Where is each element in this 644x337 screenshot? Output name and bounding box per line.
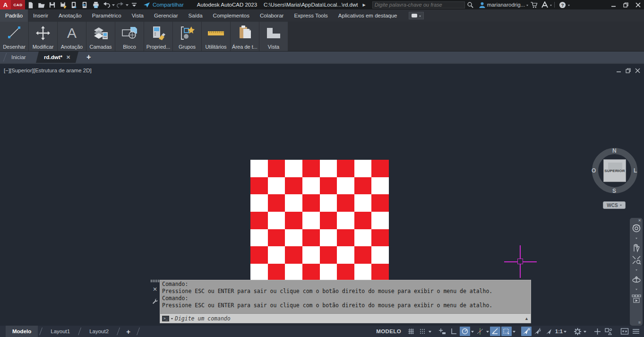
tab-anotacao[interactable]: Anotação: [53, 9, 87, 22]
tab-saida[interactable]: Saída: [183, 9, 208, 22]
plot-button[interactable]: [90, 0, 101, 9]
save-button[interactable]: [47, 0, 58, 9]
model-space-label[interactable]: MODELO: [376, 328, 401, 334]
clean-screen-button[interactable]: [619, 327, 630, 336]
new-file-button[interactable]: [25, 0, 36, 9]
file-tab-rd-dwt[interactable]: rd.dwt* ✕: [36, 52, 78, 63]
search-button[interactable]: [465, 0, 476, 9]
share-button[interactable]: Compartilhar: [143, 2, 184, 8]
app-logo[interactable]: A CAD: [0, 0, 25, 9]
navbar-menu-icon[interactable]: ≡: [638, 320, 641, 325]
minimize-button[interactable]: [607, 0, 619, 9]
file-tab-close-icon[interactable]: ✕: [66, 54, 70, 60]
viewcube-top-face[interactable]: SUPERIOR: [603, 159, 626, 182]
panel-desenhar[interactable]: Desenhar: [0, 22, 28, 51]
qat-customize-button[interactable]: [129, 0, 139, 9]
object-snap-toggle[interactable]: [490, 327, 500, 336]
ortho-toggle[interactable]: [448, 327, 459, 336]
command-window-close-icon[interactable]: ✕: [153, 286, 157, 293]
tab-colaborar[interactable]: Colaborar: [255, 9, 289, 22]
command-input-row[interactable]: >_ Digite um comando ▲: [160, 313, 531, 323]
save-as-button[interactable]: [58, 0, 69, 9]
command-expand-icon[interactable]: ▲: [524, 316, 529, 321]
viewcube-east[interactable]: L: [634, 167, 637, 174]
search-input[interactable]: [375, 2, 463, 8]
autodesk-apps-caret[interactable]: [550, 5, 552, 7]
command-window-customize-icon[interactable]: [152, 298, 158, 304]
close-button[interactable]: [632, 0, 644, 9]
orbit-caret[interactable]: [635, 289, 637, 291]
navigation-bar[interactable]: ✕ ≡: [630, 218, 643, 326]
osnap-tracking-caret[interactable]: [486, 331, 489, 334]
showmotion-icon[interactable]: [632, 294, 641, 303]
selection-cycling-caret[interactable]: [513, 331, 515, 334]
command-input-placeholder[interactable]: Digite um comando: [175, 315, 231, 322]
viewport-restore-icon[interactable]: [626, 68, 631, 73]
polar-tracking-caret[interactable]: [471, 331, 474, 334]
snap-caret[interactable]: [429, 331, 431, 334]
panel-area-de-transferencia[interactable]: Área de t...: [231, 22, 259, 51]
customization-button[interactable]: [631, 327, 641, 336]
viewcube-north[interactable]: N: [612, 147, 617, 154]
orbit-icon[interactable]: [632, 275, 641, 284]
help-caret[interactable]: [568, 5, 570, 7]
snap-toggle[interactable]: [417, 327, 428, 336]
dynamic-input-toggle[interactable]: [437, 327, 447, 336]
panel-anotacao[interactable]: A Anotação: [58, 22, 86, 51]
viewcube-west[interactable]: O: [592, 167, 596, 174]
search-box[interactable]: [372, 1, 465, 9]
osnap-tracking-toggle[interactable]: [475, 327, 485, 336]
tab-complementos[interactable]: Complementos: [208, 9, 255, 22]
tab-inserir[interactable]: Inserir: [28, 9, 53, 22]
undo-button[interactable]: [101, 0, 112, 9]
autodesk-apps-button[interactable]: [539, 0, 550, 9]
annotation-visibility-toggle[interactable]: [521, 327, 532, 336]
tab-aplicativos-em-destaque[interactable]: Aplicativos em destaque: [333, 9, 403, 22]
annotation-autoscale-toggle[interactable]: [532, 327, 543, 336]
file-tab-iniciar[interactable]: Iniciar: [5, 52, 33, 63]
viewport-minimize-icon[interactable]: [616, 68, 621, 73]
panel-propriedades[interactable]: Propried...: [144, 22, 172, 51]
pan-hand-icon[interactable]: [632, 243, 641, 252]
viewcube[interactable]: N S O L SUPERIOR: [592, 148, 637, 193]
zoom-extents-icon[interactable]: [632, 255, 641, 265]
navigation-wheel-icon[interactable]: [632, 224, 641, 233]
grid-toggle[interactable]: [406, 327, 416, 336]
layout-tab-layout2[interactable]: Layout2: [83, 326, 115, 337]
annotation-monitor-button[interactable]: [592, 327, 602, 336]
tab-vista[interactable]: Vista: [127, 9, 149, 22]
new-layout-button[interactable]: +: [121, 326, 135, 337]
annotation-scale-caret[interactable]: [564, 331, 567, 334]
tab-padrao[interactable]: Padrão: [0, 9, 28, 22]
new-drawing-tab-button[interactable]: +: [81, 52, 96, 63]
layout-tab-modelo[interactable]: Modelo: [6, 326, 38, 337]
panel-bloco[interactable]: Bloco: [115, 22, 144, 51]
account-menu[interactable]: marianarodrig...: [479, 1, 529, 9]
annotation-scale-value[interactable]: 1:1: [555, 328, 563, 334]
panel-utilitarios[interactable]: Utilitários: [202, 22, 230, 51]
navbar-close-icon[interactable]: ✕: [638, 218, 641, 223]
tab-gerenciar[interactable]: Gerenciar: [149, 9, 183, 22]
app-store-button[interactable]: [528, 0, 539, 9]
panel-camadas[interactable]: Camadas: [86, 22, 115, 51]
title-expand-arrow[interactable]: ▶: [362, 3, 365, 7]
zoom-caret[interactable]: [635, 269, 637, 272]
polar-tracking-toggle[interactable]: [460, 327, 470, 336]
annotation-scale-button[interactable]: [544, 327, 554, 336]
selection-cycling-toggle[interactable]: [501, 327, 512, 336]
save-to-web-mobile-button[interactable]: [79, 0, 90, 9]
open-from-web-mobile-button[interactable]: [69, 0, 79, 9]
checkerboard[interactable]: [250, 160, 389, 298]
viewcube-south[interactable]: S: [612, 188, 616, 194]
workspace-caret[interactable]: [584, 331, 586, 334]
command-history[interactable]: Comando:Pressione ESC ou ENTER para sair…: [160, 280, 531, 313]
command-window[interactable]: ✕ Comando:Pressione ESC ou ENTER para sa…: [150, 280, 531, 323]
wcs-dropdown[interactable]: WCS: [603, 201, 626, 209]
navigation-wheel-caret[interactable]: [635, 238, 637, 240]
tab-parametrico[interactable]: Paramétrico: [87, 9, 127, 22]
workspace-switching-button[interactable]: [572, 327, 583, 336]
panel-grupos[interactable]: Grupos: [173, 22, 201, 51]
panel-modificar[interactable]: Modificar: [29, 22, 57, 51]
viewport-controls-label[interactable]: [−][Superior][Estrutura de arame 2D]: [4, 68, 92, 73]
layout-tab-layout1[interactable]: Layout1: [44, 326, 77, 337]
